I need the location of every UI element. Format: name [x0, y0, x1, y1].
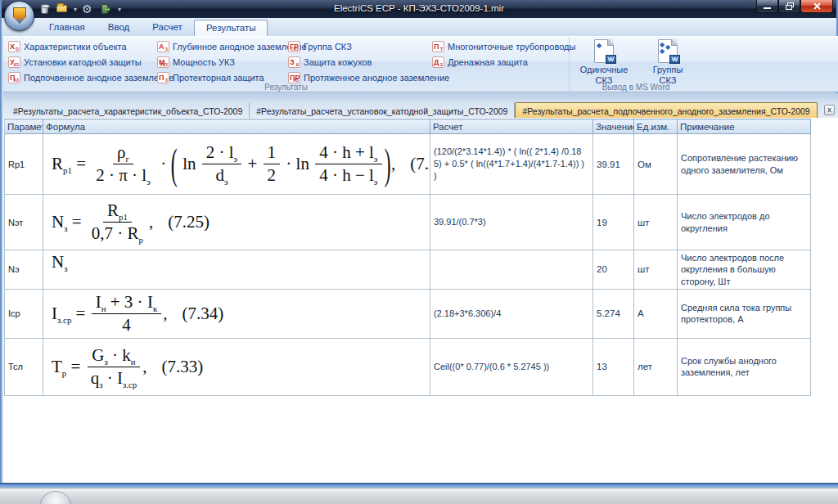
table-row[interactable]: Nэ Nз 20 шт Число электродов после округ…: [5, 250, 811, 290]
formula-cell: Rр1 = ρг2 · π · lэ · ( ln 2 · lэdэ + 12 …: [43, 134, 430, 195]
unit-cell: лет: [634, 338, 678, 395]
ribbon-item-drainage-protection[interactable]: ДЗ Дренажная защита: [432, 56, 575, 68]
word-document-icon: ◆ ◆ ◆ W: [658, 39, 678, 63]
value-cell: 39.91: [593, 134, 634, 195]
word-w-badge: W: [606, 55, 616, 64]
table-row[interactable]: Nэт Nз = Rр10,7 · Rр,(7.25) 39.91/(0.7*3…: [5, 195, 811, 250]
col-header-param[interactable]: Параметр: [5, 119, 43, 134]
col-header-value[interactable]: Значение: [593, 119, 634, 134]
calc-cell: [430, 250, 593, 290]
table-row[interactable]: Iср Iз.ср = Iн + 3 · Iк4,(7.34) (2.18+3*…: [5, 289, 811, 338]
calc-cell: (2.18+3*6.306)/4: [430, 289, 593, 338]
table-row[interactable]: Тсл Tр = Gз · kиqз · Iз.ср,(7.33) Ceil((…: [5, 338, 811, 395]
ribbon-item-multiline-pipelines[interactable]: ПТ Многониточные трубопроводы: [432, 40, 575, 52]
casing-protection-icon: ЗК: [288, 56, 300, 68]
param-cell: Тсл: [5, 338, 43, 395]
group-skz-word-button[interactable]: ◆ ◆ ◆ W Группы СКЗ: [639, 39, 696, 86]
formula-cell: Tр = Gз · kиqз · Iз.ср,(7.33): [43, 338, 430, 395]
formula-cell: Iз.ср = Iн + 3 · Iк4,(7.34): [43, 289, 430, 338]
value-cell: 19: [593, 195, 634, 250]
results-table: Параметр Формула Расчет Значение Ед.изм.…: [4, 119, 811, 396]
note-cell: Сопротивление растеканию одного заземлит…: [678, 134, 811, 195]
doc-tab-cathodic-protection[interactable]: #Результаты_расчета_установок_катодной_з…: [250, 103, 515, 118]
ribbon-item-sacrificial-protection[interactable]: ПЗ Протекторная защита: [157, 71, 307, 83]
value-cell: 20: [593, 250, 634, 290]
ribbon-tab-bar: Главная Ввод Расчет Результаты: [2, 18, 836, 36]
window-title: ElectriCS ECP - КП-ЭХЗ-СТО2009-1.mir: [2, 3, 836, 13]
multiline-pipelines-icon: ПТ: [432, 41, 444, 52]
tab-glavnaya[interactable]: Главная: [38, 20, 97, 36]
ribbon-group-word-export: ◆ W Одиночные СКЗ ◆ ◆ ◆ W Группы СКЗ: [570, 37, 701, 92]
ribbon-item-extended-anode-grounding[interactable]: ПРАЗ Протяженное анодное заземление: [288, 71, 449, 83]
window-controls: [756, 0, 833, 13]
word-document-icon: ◆ W: [594, 39, 614, 63]
unit-cell: шт: [634, 250, 678, 290]
calc-cell: (120/(2*3.14*1.4)) * ( ln(( 2*1.4) /0.18…: [430, 134, 593, 195]
restore-button[interactable]: [778, 0, 800, 13]
param-cell: Nэт: [5, 195, 43, 250]
taskbar: [0, 488, 838, 504]
unit-cell: шт: [634, 195, 678, 250]
unit-cell: Ом: [634, 134, 678, 195]
tab-rezultaty[interactable]: Результаты: [194, 20, 268, 36]
note-cell: Средняя сила тока группы протекторов, А: [678, 289, 811, 338]
screen: ▾ ⚙ ▾ ElectriCS ECP - КП-ЭХЗ-СТО2009-1.m…: [0, 0, 838, 504]
ribbon-item-cathodic-protection-units[interactable]: УКЗ Установки катодной защиты: [8, 56, 173, 68]
ukz-power-icon: МУКЗ: [157, 56, 169, 68]
skz-group-icon: ГРСКЗ: [288, 41, 300, 52]
extended-anode-grounding-icon: ПРАЗ: [288, 72, 300, 83]
start-button[interactable]: [39, 491, 72, 504]
value-cell: 13: [593, 338, 634, 395]
deep-anode-grounding-icon: АЗ: [157, 41, 169, 52]
ribbon-item-object-characteristics[interactable]: ХО Характеристики объекта: [8, 40, 173, 52]
calc-cell: 39.91/(0.7*3): [430, 195, 593, 250]
minimize-button[interactable]: [756, 0, 778, 13]
ribbon-item-casing-protection[interactable]: ЗК Защита кожухов: [288, 56, 449, 68]
ribbon: ХО Характеристики объекта УКЗ Установки …: [3, 36, 838, 92]
table-row[interactable]: Rp1 Rр1 = ρг2 · π · lэ · ( ln 2 · lэdэ +…: [5, 134, 811, 195]
table-header-row: Параметр Формула Расчет Значение Ед.изм.…: [5, 119, 811, 134]
param-cell: Nэ: [5, 250, 43, 290]
value-cell: 5.274: [593, 289, 634, 338]
group-label-results: Результаты: [3, 83, 569, 92]
calc-cell: Ceil((0* 0.77)/(0.6 * 5.2745 )): [430, 338, 593, 395]
close-document-icon[interactable]: x: [824, 105, 835, 115]
doc-tab-object-characteristics[interactable]: #Результаты_расчета_характеристик_объект…: [7, 103, 250, 118]
doc-tab-subsoil-anode-grounding[interactable]: #Результаты_расчета_подпочвенного_анодно…: [515, 102, 817, 118]
drainage-protection-icon: ДЗ: [432, 56, 444, 68]
note-cell: Число электродов после округления в боль…: [678, 250, 811, 290]
word-w-badge: W: [669, 55, 680, 64]
group-label-word-export: Вывод в MS Word: [570, 83, 701, 92]
col-header-formula[interactable]: Формула: [43, 119, 430, 134]
col-header-calc[interactable]: Расчет: [430, 119, 593, 134]
ribbon-item-subsoil-anode-grounding[interactable]: ПАЗ Подпочвенное анодное заземление: [8, 71, 173, 83]
param-cell: Rp1: [5, 134, 43, 195]
document-tabs: #Результаты_расчета_характеристик_объект…: [7, 102, 818, 118]
application-menu-orb[interactable]: [4, 1, 34, 31]
col-header-unit[interactable]: Ед.изм.: [634, 119, 678, 134]
document-tab-strip: #Результаты_расчета_характеристик_объект…: [3, 93, 838, 118]
tab-vvod[interactable]: Ввод: [97, 20, 142, 36]
note-cell: Число электродов до округления: [678, 195, 811, 250]
unit-cell: А: [634, 289, 678, 338]
note-cell: Срок службы анодного заземления, лет: [678, 338, 811, 395]
cathodic-protection-units-icon: УКЗ: [8, 56, 20, 68]
close-button[interactable]: [800, 0, 833, 13]
object-characteristics-icon: ХО: [8, 41, 20, 52]
app-logo-icon: [13, 7, 26, 24]
app-window: ▾ ⚙ ▾ ElectriCS ECP - КП-ЭХЗ-СТО2009-1.m…: [0, 0, 838, 488]
ribbon-item-skz-group[interactable]: ГРСКЗ Группа СКЗ: [288, 40, 449, 52]
col-header-note[interactable]: Примечание: [678, 119, 811, 134]
ribbon-group-results: ХО Характеристики объекта УКЗ Установки …: [3, 37, 570, 92]
param-cell: Iср: [5, 289, 43, 338]
titlebar: ▾ ⚙ ▾ ElectriCS ECP - КП-ЭХЗ-СТО2009-1.m…: [2, 0, 836, 18]
ribbon-item-ukz-power[interactable]: МУКЗ Мощность УКЗ: [157, 56, 307, 68]
document-area: Параметр Формула Расчет Значение Ед.изм.…: [3, 118, 838, 483]
subsoil-anode-grounding-icon: ПАЗ: [8, 72, 20, 83]
ribbon-item-deep-anode-grounding[interactable]: АЗ Глубинное анодное заземление: [157, 40, 307, 52]
formula-cell: Nз: [43, 250, 430, 290]
single-skz-word-button[interactable]: ◆ W Одиночные СКЗ: [575, 39, 633, 86]
formula-cell: Nз = Rр10,7 · Rр,(7.25): [43, 195, 430, 250]
tab-raschet[interactable]: Расчет: [141, 20, 194, 36]
sacrificial-protection-icon: ПЗ: [157, 72, 169, 83]
